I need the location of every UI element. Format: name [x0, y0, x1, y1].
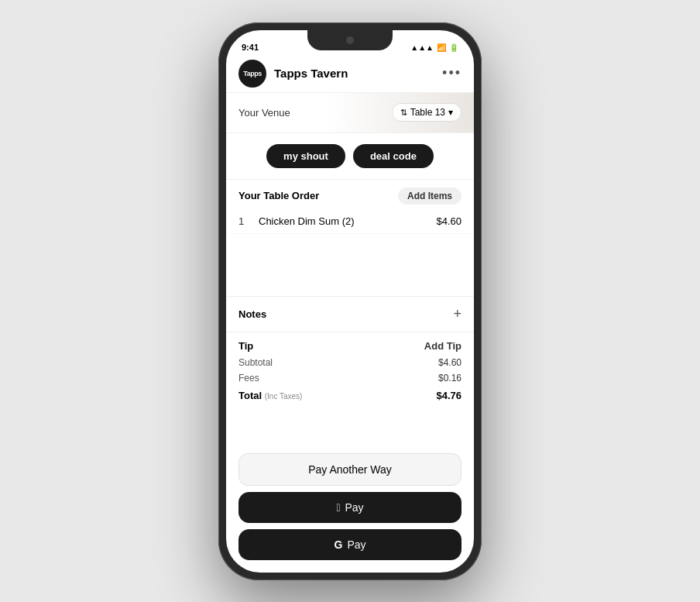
google-logo-icon: G — [334, 538, 342, 551]
fees-label: Fees — [238, 373, 259, 384]
venue-label: Your Venue — [238, 107, 290, 119]
table-row: 1 Chicken Dim Sum (2) $4.60 — [226, 209, 474, 234]
fees-value: $0.16 — [438, 373, 462, 384]
order-title: Your Table Order — [238, 190, 319, 201]
tip-label: Tip — [238, 340, 253, 352]
app-title: Tapps Tavern — [274, 67, 442, 80]
phone-device: 9:41 ▲▲▲ 📶 🔋 Tapps Tapps Tavern ••• Your… — [218, 22, 482, 580]
deal-code-button[interactable]: deal code — [353, 144, 434, 168]
pay-another-way-button[interactable]: Pay Another Way — [238, 453, 462, 486]
phone-notch — [307, 30, 393, 50]
fees-row: Fees $0.16 — [226, 370, 474, 386]
chevron-down-icon: ▾ — [448, 107, 453, 118]
subtotal-row: Subtotal $4.60 — [226, 355, 474, 370]
subtotal-label: Subtotal — [238, 357, 273, 368]
app-logo: Tapps — [238, 60, 266, 88]
wifi-icon: 📶 — [437, 43, 446, 52]
more-options-button[interactable]: ••• — [442, 65, 462, 81]
subtotal-value: $4.60 — [438, 357, 462, 368]
apple-pay-label: Pay — [345, 501, 364, 514]
table-icon: ⇅ — [400, 108, 407, 118]
table-selector[interactable]: ⇅ Table 13 ▾ — [392, 103, 462, 122]
pay-buttons-section: Pay Another Way  Pay G Pay — [226, 447, 474, 573]
add-tip-button[interactable]: Add Tip — [424, 340, 462, 352]
battery-icon: 🔋 — [449, 43, 458, 52]
camera — [346, 36, 354, 44]
google-pay-label: Pay — [347, 538, 365, 551]
status-time: 9:41 — [242, 43, 259, 52]
scroll-content[interactable]: Your Table Order Add Items 1 Chicken Dim… — [226, 180, 474, 447]
table-name: Table 13 — [410, 107, 445, 118]
item-name: Chicken Dim Sum (2) — [259, 215, 428, 227]
notes-row[interactable]: Notes + — [226, 296, 474, 332]
order-spacer — [226, 234, 474, 296]
total-row: Total (Inc Taxes) $4.76 — [226, 386, 474, 409]
order-items-list: 1 Chicken Dim Sum (2) $4.60 — [226, 209, 474, 234]
total-label: Total (Inc Taxes) — [238, 390, 302, 401]
apple-pay-button[interactable]:  Pay — [238, 492, 462, 523]
item-price: $4.60 — [436, 215, 462, 227]
tip-row: Tip Add Tip — [226, 332, 474, 355]
phone-screen: 9:41 ▲▲▲ 📶 🔋 Tapps Tapps Tavern ••• Your… — [226, 30, 474, 573]
order-header: Your Table Order Add Items — [226, 180, 474, 209]
venue-bar: Your Venue ⇅ Table 13 ▾ — [226, 93, 474, 133]
apple-logo-icon:  — [336, 501, 340, 514]
signal-icon: ▲▲▲ — [410, 43, 434, 52]
item-quantity: 1 — [238, 215, 251, 227]
app-header: Tapps Tapps Tavern ••• — [226, 55, 474, 93]
total-value: $4.76 — [436, 390, 462, 401]
add-note-button[interactable]: + — [453, 306, 462, 322]
google-pay-button[interactable]: G Pay — [238, 529, 462, 560]
notes-label: Notes — [238, 308, 266, 320]
add-items-button[interactable]: Add Items — [398, 187, 462, 205]
total-tax-note: (Inc Taxes) — [265, 392, 303, 401]
status-icons: ▲▲▲ 📶 🔋 — [410, 43, 458, 52]
action-buttons-row: my shout deal code — [226, 133, 474, 180]
my-shout-button[interactable]: my shout — [266, 144, 345, 168]
